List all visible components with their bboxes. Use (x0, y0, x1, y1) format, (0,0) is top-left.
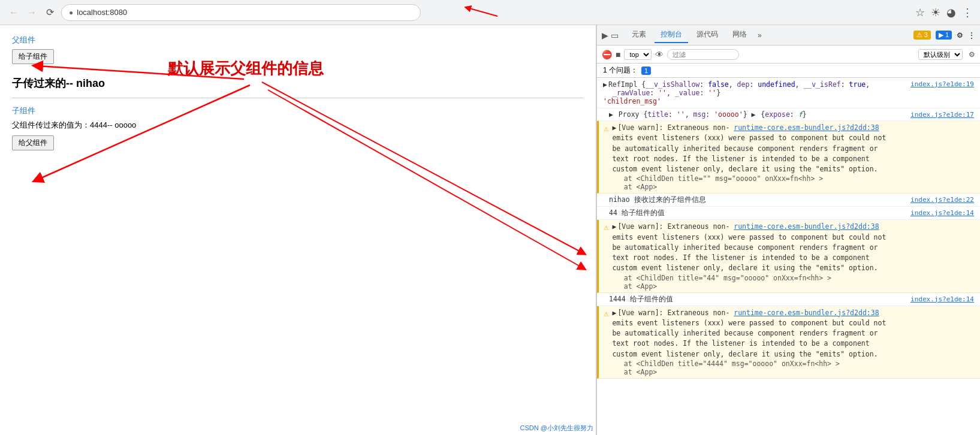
console-entry-1444: 1444 给子组件的值 index.js?e1de:14 (597, 293, 980, 306)
filter-icon[interactable]: ■ (616, 50, 620, 59)
warn-at1-1: at <ChildDen title="" msg="ooooo" onXxx=… (604, 174, 975, 183)
warn-text-2: ▶[Vue warn]: Extraneous non- runtime-cor… (612, 222, 975, 273)
devtools-tabs: ▶ ▭ 元素 控制台 源代码 网络 » ⚠ 3 ▶ 1 ⚙ (597, 25, 980, 46)
extensions-icon[interactable]: ☀ (931, 6, 940, 19)
proxy-source[interactable]: index.js?e1de:17 (910, 111, 974, 119)
issues-label: 1 个问题： (603, 65, 638, 75)
divider (12, 98, 584, 98)
parent-label: 父组件 (12, 35, 584, 46)
warn-icon-1: ⚠ (604, 123, 608, 133)
console-entry-refimpl: ▶RefImpl {__v_isShallow: false, dep: und… (597, 78, 980, 108)
devtools-toolbar: ⛔ ■ top 👁 默认级别 ⚙ (597, 46, 980, 64)
main-layout: 父组件 给子组件 默认展示父组件的信息 子传过来的-- nihao 子组件 父组… (0, 25, 980, 435)
warn-text-3: ▶[Vue warn]: Extraneous non- runtime-cor… (612, 308, 975, 360)
menu-icon[interactable]: ⋮ (962, 6, 973, 19)
44-source[interactable]: index.js?e1de:14 (910, 209, 974, 217)
warn-link-3[interactable]: runtime-core.esm-bundler.js?d2dd:38 (734, 309, 879, 317)
issue-badge[interactable]: 1 (641, 67, 651, 75)
tab-network[interactable]: 网络 (726, 27, 753, 43)
warn-at2-2: at <App> (604, 282, 975, 291)
more-tabs-icon[interactable]: » (758, 31, 762, 40)
refimpl-line1: ▶RefImpl {__v_isShallow: false, dep: und… (603, 80, 870, 89)
warn-at1-2: at <ChildDen title="44" msg="ooooo" onXx… (604, 274, 975, 282)
console-entry-proxy: ▶ Proxy {title: '', msg: 'ooooo'} ▶ {exp… (597, 108, 980, 121)
warn-icon-2: ⚠ (604, 222, 608, 232)
bookmark-icon[interactable]: ☆ (915, 6, 925, 19)
svg-line-2 (37, 85, 250, 180)
webpage-content: 父组件 给子组件 默认展示父组件的信息 子传过来的-- nihao 子组件 父组… (0, 25, 596, 435)
device-icon[interactable]: ▭ (611, 31, 619, 40)
level-select[interactable]: 默认级别 (918, 49, 963, 60)
console-entry-warn3: ⚠ ▶[Vue warn]: Extraneous non- runtime-c… (597, 306, 980, 379)
nihao-source[interactable]: index.js?e1de:22 (910, 196, 974, 204)
forward-button[interactable]: → (25, 6, 38, 19)
warn-at1-3: at <ChildDen title="4444" msg="ooooo" on… (604, 360, 975, 368)
context-select[interactable]: top (624, 49, 652, 60)
console-entry-warn1: ⚠ ▶[Vue warn]: Extraneous non- runtime-c… (597, 121, 980, 194)
settings-icon[interactable]: ⚙ (957, 31, 963, 40)
eye-icon[interactable]: 👁 (655, 50, 664, 59)
console-content[interactable]: ▶RefImpl {__v_isShallow: false, dep: und… (597, 78, 980, 435)
tab-elements[interactable]: 元素 (626, 27, 652, 43)
toolbar-settings-icon[interactable]: ⚙ (969, 50, 975, 59)
devtools-panel: ▶ ▭ 元素 控制台 源代码 网络 » ⚠ 3 ▶ 1 ⚙ (596, 25, 980, 435)
address-bar[interactable]: ● localhost:8080 (61, 4, 421, 21)
console-entry-44: 44 给子组件的值 index.js?e1de:14 (597, 207, 980, 220)
url-text: localhost:8080 (77, 8, 127, 17)
proxy-text: ▶ Proxy {title: '', msg: 'ooooo'} ▶ {exp… (609, 110, 807, 119)
1444-text: 1444 给子组件的值 (609, 295, 673, 304)
annotation-text: 默认展示父组件的信息 (168, 58, 324, 79)
refimpl-line3: 'children_msg' (603, 97, 974, 105)
give-parent-button[interactable]: 给父组件 (12, 135, 54, 150)
refresh-button[interactable]: ⟳ (43, 6, 56, 19)
console-entry-warn2: ⚠ ▶[Vue warn]: Extraneous non- runtime-c… (597, 220, 980, 292)
child-label: 子组件 (12, 105, 584, 116)
prohibit-icon[interactable]: ⛔ (602, 50, 612, 59)
top-arrow-indicator (462, 4, 509, 19)
warn-link-2[interactable]: runtime-core.esm-bundler.js?d2dd:38 (734, 222, 879, 231)
filter-input[interactable] (667, 49, 739, 60)
lock-icon: ● (69, 8, 73, 17)
warn-at2-3: at <App> (604, 368, 975, 376)
issues-bar: 1 个问题： 1 (597, 64, 980, 78)
watermark: CSDN @小刘先生很努力 (520, 424, 593, 433)
svg-line-0 (468, 8, 497, 16)
nihao-text: nihao 接收过来的子组件信息 (609, 195, 706, 204)
more-options-icon[interactable]: ⋮ (968, 31, 975, 40)
browser-actions: ☆ ☀ ◕ ⋮ (915, 6, 973, 19)
parent-passed-value: 父组件传过来的值为：4444-- ooooo (12, 120, 584, 131)
browser-chrome: ← → ⟳ ● localhost:8080 ☆ ☀ ◕ ⋮ (0, 0, 980, 25)
warn-text-1: ▶[Vue warn]: Extraneous non- runtime-cor… (612, 123, 975, 174)
warn-at2-1: at <App> (604, 183, 975, 191)
tab-sources[interactable]: 源代码 (690, 27, 724, 43)
profile-icon[interactable]: ◕ (946, 6, 956, 19)
warning-badge[interactable]: ⚠ 3 (913, 31, 931, 40)
give-child-button[interactable]: 给子组件 (12, 49, 54, 64)
refimpl-line2: _rawValue: '', _value: ''} (603, 89, 974, 97)
svg-line-4 (268, 90, 583, 268)
warn-link-1[interactable]: runtime-core.esm-bundler.js?d2dd:38 (734, 123, 879, 132)
message-badge[interactable]: ▶ 1 (936, 31, 952, 40)
44-text: 44 给子组件的值 (609, 209, 665, 218)
tab-console[interactable]: 控制台 (655, 27, 688, 43)
console-entry-nihao: nihao 接收过来的子组件信息 index.js?e1de:22 (597, 194, 980, 207)
inspect-icon[interactable]: ▶ (602, 31, 608, 40)
back-button[interactable]: ← (7, 6, 20, 19)
warn-icon-3: ⚠ (604, 309, 608, 318)
refimpl-source[interactable]: index.js?e1de:19 (910, 80, 974, 89)
devtools-icons: ⚠ 3 ▶ 1 ⚙ ⋮ (913, 31, 975, 40)
1444-source[interactable]: index.js?e1de:14 (910, 295, 974, 303)
